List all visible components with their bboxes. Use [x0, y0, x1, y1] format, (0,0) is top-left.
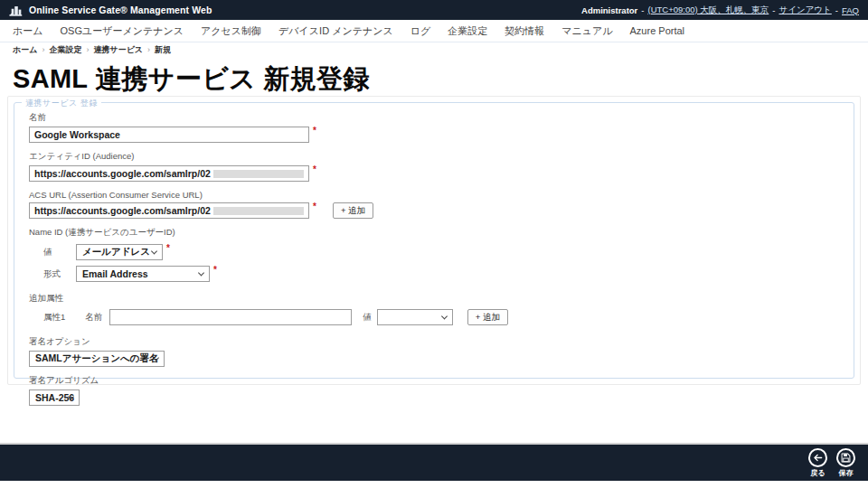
redacted-value [213, 170, 304, 178]
nav-item-home[interactable]: ホーム [13, 24, 43, 38]
user-name-label: Administrator [581, 5, 637, 15]
top-header-bar: Online Service Gate® Management Web Admi… [0, 0, 868, 20]
additional-attributes-label: 追加属性 [29, 293, 839, 305]
nav-item-manual[interactable]: マニュアル [561, 24, 612, 38]
signing-algorithm-label: 署名アルゴリズム [29, 375, 839, 387]
main-nav: ホーム OSGユーザーメンテナンス アクセス制御 デバイスID メンテナンス ロ… [0, 20, 868, 42]
additional-attributes-section: 追加属性 属性1 名前 値 + 追加 [29, 293, 839, 325]
breadcrumb-link-federated-service[interactable]: 連携サービス [93, 44, 143, 56]
nav-item-device-id-maintenance[interactable]: デバイスID メンテナンス [278, 24, 393, 38]
back-button[interactable]: 戻る [808, 448, 827, 478]
required-marker: * [313, 202, 316, 211]
signing-option-select[interactable]: SAMLアサーションへの署名 [29, 351, 165, 367]
nav-item-log[interactable]: ログ [410, 24, 431, 38]
breadcrumb: ホーム › 企業設定 › 連携サービス › 新規 [0, 43, 868, 56]
breadcrumb-separator: › [42, 45, 44, 54]
name-label: 名前 [29, 112, 839, 124]
acs-url-input[interactable]: https://accounts.google.com/samlrp/02 [29, 202, 309, 219]
name-field-group: 名前 Google Workspace * [29, 112, 839, 143]
header-separator: - [641, 5, 644, 15]
required-marker: * [313, 127, 316, 136]
save-button[interactable]: 保存 [836, 448, 855, 478]
breadcrumb-separator: › [86, 45, 89, 54]
redacted-value [213, 207, 304, 215]
entity-id-label: エンティティID (Audience) [29, 151, 839, 163]
fieldset-legend: 連携サービス 登録 [22, 98, 101, 109]
attribute-name-input[interactable] [109, 309, 352, 325]
chevron-down-icon [198, 269, 204, 276]
faq-link[interactable]: FAQ [842, 5, 859, 15]
footer-action-bar: 戻る 保存 [0, 443, 868, 481]
page-title: SAML 連携サービス 新規登録 [13, 61, 370, 98]
breadcrumb-link-company-settings[interactable]: 企業設定 [49, 44, 81, 56]
save-button-label: 保存 [839, 468, 854, 478]
back-arrow-icon [813, 453, 823, 463]
entity-id-input[interactable]: https://accounts.google.com/samlrp/02 [29, 165, 309, 182]
breadcrumb-link-home[interactable]: ホーム [13, 44, 37, 56]
name-id-format-select[interactable]: Email Address [76, 266, 210, 282]
app-title: Online Service Gate® Management Web [29, 5, 212, 15]
attribute-row-label: 属性1 [43, 312, 65, 324]
acs-url-field-group: ACS URL (Assertion Consumer Service URL)… [29, 190, 839, 219]
nav-item-azure-portal[interactable]: Azure Portal [630, 25, 685, 36]
name-id-format-label: 形式 [43, 268, 67, 280]
required-marker: * [313, 165, 316, 174]
name-id-value-select[interactable]: メールアドレス [76, 244, 163, 260]
content-panel: 連携サービス 登録 名前 Google Workspace * エンティティID… [7, 96, 861, 385]
attribute-value-label: 値 [363, 312, 372, 324]
name-input[interactable]: Google Workspace [29, 127, 309, 143]
signing-option-label: 署名オプション [29, 336, 839, 348]
timezone-link[interactable]: (UTC+09:00) 大阪、札幌、東京 [647, 5, 769, 16]
app-logo-icon [9, 5, 24, 16]
signing-option-group: 署名オプション SAMLアサーションへの署名 [29, 336, 839, 367]
chevron-down-icon [441, 313, 448, 319]
back-button-label: 戻る [810, 468, 825, 478]
nav-item-company-settings[interactable]: 企業設定 [448, 24, 487, 38]
signing-algorithm-group: 署名アルゴリズム SHA-256 [29, 375, 839, 406]
entity-id-field-group: エンティティID (Audience) https://accounts.goo… [29, 151, 839, 182]
breadcrumb-current: 新規 [155, 44, 171, 56]
attribute-add-button[interactable]: + 追加 [467, 309, 508, 325]
header-separator: - [772, 5, 775, 15]
name-id-section-label: Name ID (連携サービスのユーザーID) [29, 227, 839, 239]
acs-url-add-button[interactable]: + 追加 [333, 202, 373, 219]
attribute-name-label: 名前 [85, 312, 102, 324]
save-floppy-icon [841, 453, 851, 463]
nav-item-osg-user-maintenance[interactable]: OSGユーザーメンテナンス [61, 24, 184, 38]
acs-url-label: ACS URL (Assertion Consumer Service URL) [29, 190, 839, 200]
chevron-down-icon [151, 248, 157, 254]
signout-link[interactable]: サインアウト [778, 5, 831, 16]
registration-fieldset: 連携サービス 登録 名前 Google Workspace * エンティティID… [14, 102, 854, 379]
name-id-section: Name ID (連携サービスのユーザーID) 値 メールアドレス * 形式 E… [29, 227, 839, 282]
header-separator: - [835, 5, 838, 15]
required-marker: * [166, 244, 170, 253]
signing-algorithm-select[interactable]: SHA-256 [29, 389, 80, 406]
nav-item-access-control[interactable]: アクセス制御 [201, 24, 261, 38]
breadcrumb-separator: › [147, 45, 150, 54]
required-marker: * [213, 266, 217, 275]
nav-item-contract-info[interactable]: 契約情報 [505, 24, 544, 38]
attribute-value-select[interactable] [377, 309, 453, 325]
name-id-value-label: 値 [43, 247, 67, 258]
